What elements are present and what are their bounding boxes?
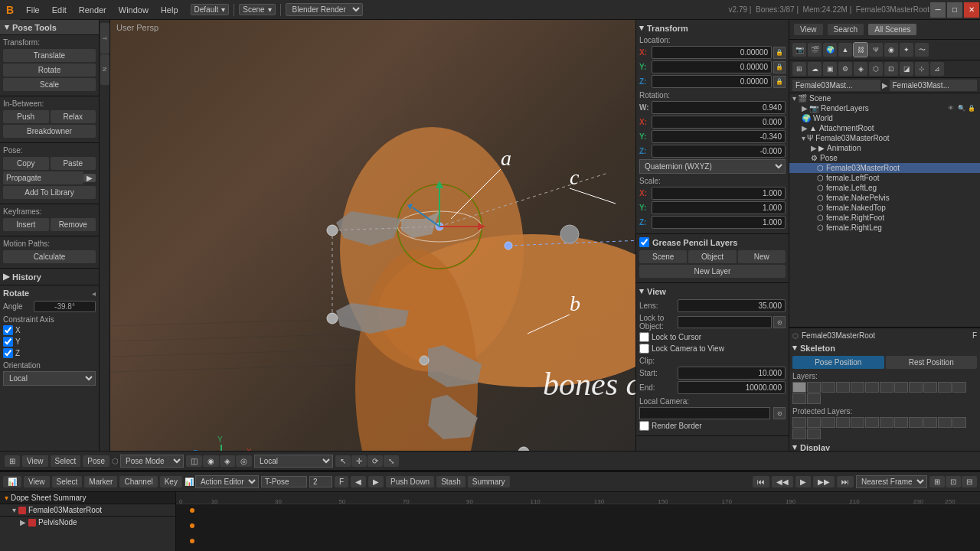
rest-position-btn[interactable]: Rest Position (886, 356, 978, 369)
render-layers-lock-btn[interactable]: 🔒 (968, 105, 977, 112)
relax-button[interactable]: Relax (51, 110, 96, 123)
track-item-2[interactable]: ▾ Female03MasterRoot (0, 504, 175, 517)
shading-render-btn[interactable]: ◎ (236, 455, 252, 467)
frame-pin-btn[interactable]: F (335, 476, 348, 487)
rotate-button[interactable]: Rotate (3, 64, 96, 77)
add-to-library-button[interactable]: Add To Library (3, 186, 96, 199)
tree-world[interactable]: 🌍 World (789, 113, 980, 123)
window-minimize[interactable]: ─ (930, 2, 946, 18)
keyframe-2[interactable] (190, 523, 194, 528)
view-menu-btn[interactable]: View (22, 455, 48, 467)
y-constraint-checkbox[interactable] (3, 337, 13, 347)
tool-btn-4[interactable]: ⤡ (384, 455, 399, 467)
menu-render[interactable]: Render (73, 0, 113, 20)
prot-layer-1[interactable] (792, 417, 806, 428)
layer-box-9[interactable] (909, 382, 923, 393)
scene-dropdown[interactable]: Scene ▾ (239, 4, 275, 15)
prop-icon-extra-2[interactable]: ☁ (808, 62, 822, 76)
play-forward-btn[interactable]: ▶▶ (813, 476, 835, 487)
play-end-btn[interactable]: ⏭ (837, 476, 854, 487)
select-menu-btn[interactable]: Select (51, 455, 81, 467)
particles-icon[interactable]: ✦ (900, 43, 913, 57)
prop-icon-extra-3[interactable]: ▣ (823, 62, 837, 76)
frame-next-btn[interactable]: ▶ (368, 476, 384, 487)
rot-y-input[interactable] (652, 130, 786, 143)
track-item-3[interactable]: ▶ PelvisNode (0, 517, 175, 528)
prop-icon-extra-7[interactable]: ⊡ (884, 62, 898, 76)
rot-z-input[interactable] (652, 145, 786, 158)
layer-box-6[interactable] (865, 382, 879, 393)
z-constraint-checkbox[interactable] (3, 348, 13, 358)
layer-box-11[interactable] (938, 382, 952, 393)
render-layers-act-btn[interactable]: 🔍 (958, 105, 967, 112)
nearest-frame-select[interactable]: Nearest Frame (856, 475, 927, 488)
lens-input[interactable] (678, 299, 786, 312)
grease-object-btn[interactable]: Object (688, 250, 736, 263)
pose-menu-btn[interactable]: Pose (83, 455, 109, 467)
lock-camera-checkbox[interactable] (639, 344, 649, 354)
shading-texture-btn[interactable]: ◈ (220, 455, 235, 467)
tree-scene[interactable]: ▾ 🎬 Scene (789, 93, 980, 103)
shading-wire-btn[interactable]: ◫ (186, 455, 202, 467)
channel-ae-btn[interactable]: Channel (119, 476, 157, 487)
key-ae-btn[interactable]: Key (160, 476, 182, 487)
prop-icon-extra-8[interactable]: ◪ (900, 62, 913, 76)
action-editor-type-select[interactable]: Action Editor Dope Sheet (195, 475, 259, 488)
timeline-tracks[interactable]: 0 10 30 50 70 90 110 130 150 170 190 210… (176, 492, 980, 551)
render-engine-select[interactable]: Blender Render Cycles Render (286, 3, 363, 16)
constraints-icon[interactable]: ⛓ (854, 43, 867, 57)
window-close[interactable]: ✕ (964, 2, 979, 18)
marker-ae-btn[interactable]: Marker (84, 476, 117, 487)
lock-cursor-checkbox[interactable] (639, 332, 649, 342)
prop-all-scenes-btn[interactable]: All Scenes (868, 24, 916, 35)
pivot-select[interactable]: Local Global Individual Origins (254, 455, 333, 468)
grease-scene-btn[interactable]: Scene (639, 250, 687, 263)
action-editor-icon[interactable]: 📊 (3, 476, 21, 487)
calculate-button[interactable]: Calculate (3, 250, 96, 263)
prop-search-btn[interactable]: Search (828, 24, 864, 35)
mesh-icon-btn[interactable]: ⊞ (5, 455, 20, 467)
select-ae-btn[interactable]: Select (52, 476, 83, 487)
layer-box-2[interactable] (807, 382, 821, 393)
play-back-btn[interactable]: ⏮ (753, 476, 769, 487)
clip-end-input[interactable] (678, 381, 786, 394)
tree-female-naked-top[interactable]: ⬡ female.NakedTop (789, 203, 980, 213)
copy-pose-button[interactable]: Copy (3, 157, 49, 170)
play-btn[interactable]: ▶ (795, 476, 811, 487)
tree-female03-master[interactable]: ▾ Ψ Female03MasterRoot (789, 133, 980, 143)
lock-object-field[interactable] (678, 316, 772, 328)
material-icon[interactable]: ◉ (884, 43, 898, 57)
insert-keyframe-button[interactable]: Insert (3, 218, 49, 231)
grease-new-btn[interactable]: New (738, 250, 786, 263)
breakdowner-button[interactable]: Breakdowner (3, 125, 96, 138)
scale-y-input[interactable] (652, 201, 786, 214)
shading-solid-btn[interactable]: ◉ (203, 455, 219, 467)
prot-layer-10[interactable] (923, 417, 937, 428)
layer-box-4[interactable] (836, 382, 850, 393)
layer-box-7[interactable] (880, 382, 893, 393)
push-button[interactable]: Push (3, 110, 49, 123)
translate-button[interactable]: Translate (3, 49, 96, 62)
keyframe-3[interactable] (190, 539, 194, 543)
prot-layer-6[interactable] (865, 417, 879, 428)
layer-box-8[interactable] (894, 382, 908, 393)
rotation-mode-select[interactable]: Quaternion (WXYZ) XYZ Euler (639, 159, 786, 174)
grease-pencil-checkbox[interactable] (639, 237, 649, 247)
render-layers-vis-btn[interactable]: 👁 (948, 105, 957, 112)
prop-icon-extra-4[interactable]: ⚙ (838, 62, 852, 76)
local-camera-field[interactable] (639, 407, 770, 419)
paste-pose-button[interactable]: Paste (51, 157, 96, 170)
summary-btn[interactable]: Summary (468, 476, 510, 487)
prot-layer-12[interactable] (952, 417, 966, 428)
prot-layer-7[interactable] (880, 417, 893, 428)
prot-layer-2[interactable] (807, 417, 821, 428)
loc-x-input[interactable] (652, 46, 772, 59)
tree-attachment-root[interactable]: ▶ ▲ AttachmentRoot (789, 123, 980, 133)
tree-female-left-foot[interactable]: ⬡ female.LeftFoot (789, 173, 980, 183)
menu-help[interactable]: Help (155, 0, 185, 20)
side-tab-item-1[interactable]: T (100, 23, 109, 54)
prop-icon-extra-6[interactable]: ⬡ (869, 62, 883, 76)
rot-x-input[interactable] (652, 116, 786, 129)
push-down-btn[interactable]: Push Down (386, 476, 434, 487)
lock-object-icon[interactable]: ⊙ (773, 316, 786, 328)
